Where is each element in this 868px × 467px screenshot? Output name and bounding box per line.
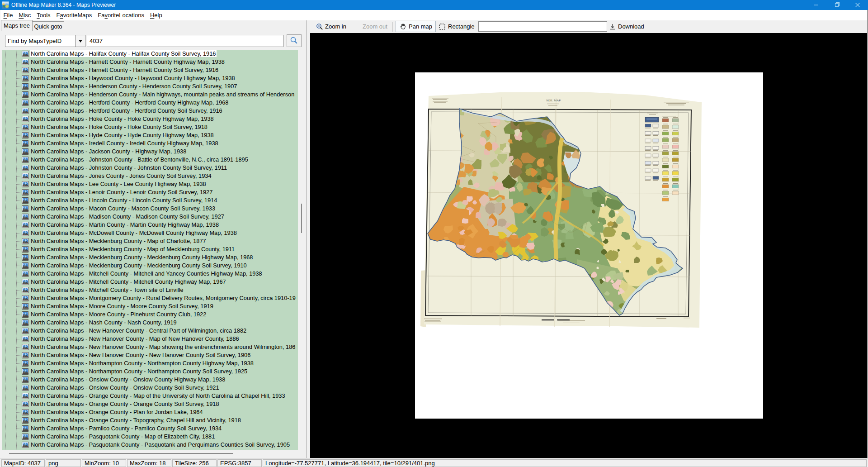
svg-text:SOIL MAP: SOIL MAP (546, 99, 561, 102)
